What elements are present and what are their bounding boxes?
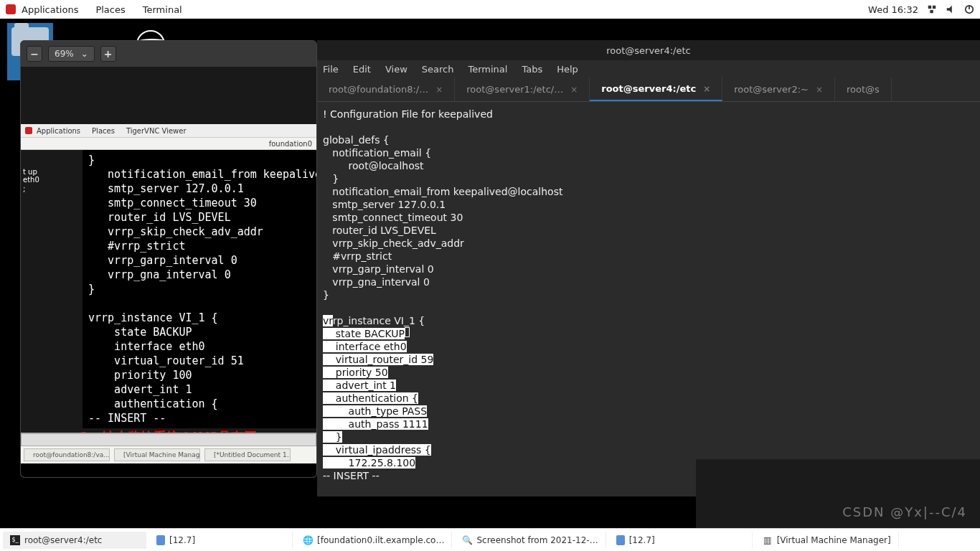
system-tray: Wed 16:32 <box>868 4 974 15</box>
tab-server4[interactable]: root@server4:/etc× <box>590 77 722 101</box>
remote-terminal-content[interactable]: } notification_email_from keepalive smtp… <box>83 150 317 428</box>
tab-foundation8[interactable]: root@foundation8:/…× <box>317 77 455 101</box>
image-icon: 🔍 <box>462 535 472 545</box>
tab-extra[interactable]: root@s <box>835 77 892 101</box>
terminal-menu[interactable]: Terminal <box>143 4 182 15</box>
zoom-select[interactable]: 69%⌄ <box>48 46 95 62</box>
text-cursor <box>405 327 410 337</box>
close-icon[interactable]: × <box>435 85 443 95</box>
power-icon[interactable] <box>964 4 974 14</box>
terminal-window[interactable]: root@server4:/etc File Edit View Search … <box>317 40 980 496</box>
svg-marker-3 <box>947 6 952 14</box>
document-icon <box>156 535 165 545</box>
remote-task-terminal[interactable]: root@foundation8:/va… <box>24 448 110 461</box>
applications-menu[interactable]: Applications <box>22 4 78 15</box>
browser-icon: 🌐 <box>303 535 313 545</box>
clock: Wed 16:32 <box>868 4 918 15</box>
taskbar-doc-2[interactable]: [12.7] <box>609 532 753 549</box>
fedora-icon <box>6 4 16 14</box>
svg-rect-2 <box>930 10 933 13</box>
places-menu[interactable]: Places <box>95 4 125 15</box>
terminal-title: root@server4:/etc <box>317 40 980 60</box>
volume-icon[interactable] <box>946 4 956 14</box>
menu-search[interactable]: Search <box>422 64 454 75</box>
remote-viewer-label[interactable]: TigerVNC Viewer <box>126 127 187 135</box>
csdn-watermark: CSDN @Yx|--C/4 <box>842 504 967 519</box>
terminal-body[interactable]: ! Configuration File for keepalived glob… <box>317 102 980 496</box>
zoom-in-button[interactable]: + <box>100 46 116 62</box>
menu-edit[interactable]: Edit <box>353 64 371 75</box>
remote-applications-menu[interactable]: Applications <box>37 127 80 135</box>
remote-gnome-panel: Applications Places TigerVNC Viewer foun… <box>21 124 316 150</box>
remote-scrollbar[interactable] <box>21 433 316 446</box>
taskbar-terminal[interactable]: $_root@server4:/etc <box>3 532 146 549</box>
taskbar-vmm[interactable]: ▥[Virtual Machine Manager] <box>755 532 899 549</box>
close-icon[interactable]: × <box>816 85 823 95</box>
taskbar-doc-1[interactable]: [12.7] <box>149 532 293 549</box>
menu-view[interactable]: View <box>385 64 407 75</box>
taskbar-screenshot[interactable]: 🔍Screenshot from 2021-12-… <box>455 532 606 549</box>
close-icon[interactable]: × <box>703 84 710 94</box>
remote-bottom-panel: root@foundation8:/va… [Virtual Machine M… <box>21 433 316 477</box>
vnc-terminal-fragment: t up eth0; <box>22 167 42 194</box>
host-taskbar: $_root@server4:/etc [12.7] 🌐[foundation0… <box>0 528 980 551</box>
terminal-menubar: File Edit View Search Terminal Tabs Help <box>317 60 980 77</box>
network-icon[interactable] <box>927 4 937 14</box>
zoom-out-button[interactable]: − <box>27 46 42 62</box>
tab-server1[interactable]: root@server1:/etc/…× <box>455 77 590 101</box>
vmm-icon: ▥ <box>763 535 773 545</box>
close-icon[interactable]: × <box>570 85 578 95</box>
remote-fedora-icon <box>25 127 32 134</box>
remote-task-vmm[interactable]: [Virtual Machine Manag… <box>114 448 200 461</box>
document-icon <box>616 535 625 545</box>
vnc-content: t up eth0; Applications Places TigerVNC … <box>21 67 316 477</box>
menu-terminal[interactable]: Terminal <box>468 64 507 75</box>
terminal-icon: $_ <box>10 535 20 545</box>
remote-hostname-bar: foundation0 <box>21 137 316 150</box>
terminal-tabbar: root@foundation8:/…× root@server1:/etc/…… <box>317 77 980 102</box>
menu-file[interactable]: File <box>323 64 339 75</box>
taskbar-browser[interactable]: 🌐[foundation0.ilt.example.co… <box>296 532 452 549</box>
gnome-topbar: Applications Places Terminal Wed 16:32 <box>0 0 980 19</box>
menu-help[interactable]: Help <box>557 64 578 75</box>
remote-task-gedit[interactable]: [*Untitled Document 1… <box>204 448 291 461</box>
remote-places-menu[interactable]: Places <box>92 127 115 135</box>
menu-tabs[interactable]: Tabs <box>522 64 542 75</box>
chevron-down-icon: ⌄ <box>81 49 88 59</box>
svg-rect-1 <box>933 6 936 9</box>
vnc-viewer-window[interactable]: − 69%⌄ + t up eth0; Applications Places … <box>20 40 317 478</box>
tab-server2[interactable]: root@server2:~× <box>722 77 835 101</box>
svg-rect-0 <box>928 6 931 9</box>
vnc-toolbar: − 69%⌄ + <box>21 41 316 67</box>
